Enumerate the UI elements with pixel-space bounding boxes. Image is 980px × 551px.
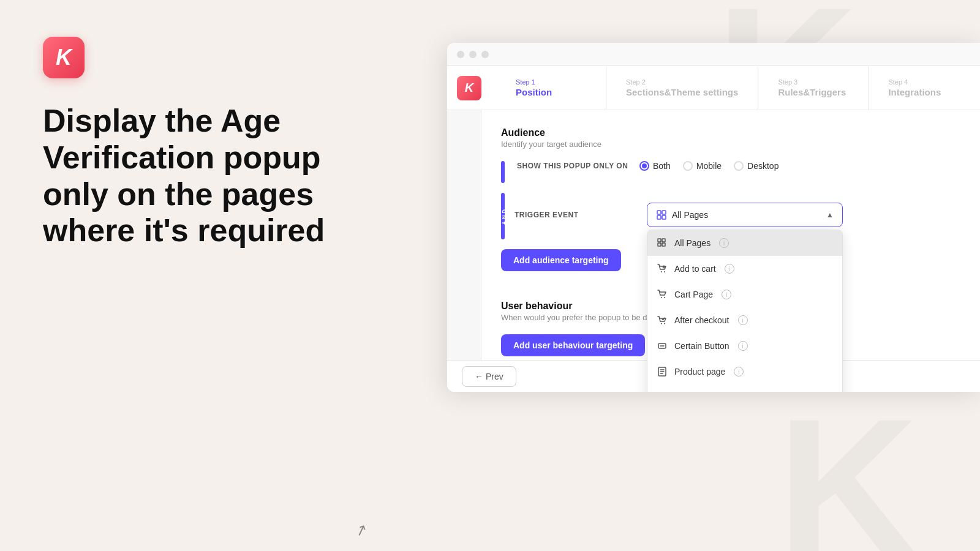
content-area: Audience Identify your target audience S…	[481, 110, 980, 392]
step-4-label: Step 4	[888, 78, 959, 86]
trigger-dropdown-container: All Pages ▲	[647, 203, 843, 227]
after-checkout-icon	[656, 314, 668, 326]
show-popup-row: SHOW THIS POPUP ONLY ON Both Mobile	[517, 161, 960, 171]
step-navigation: K Step 1 Position Step 2 Sections&Theme …	[447, 66, 980, 110]
dropdown-item-after-checkout-label: After checkout	[674, 315, 729, 325]
radio-label-desktop: Desktop	[747, 161, 778, 171]
svg-rect-1	[662, 211, 666, 214]
certain-button-icon	[656, 340, 668, 352]
radio-circle-desktop	[734, 161, 744, 171]
svg-rect-3	[662, 216, 666, 219]
dropdown-item-cart-page[interactable]: Cart Page i	[647, 282, 842, 307]
radio-group: Both Mobile Desktop	[639, 161, 778, 171]
dropdown-selected-text: All Pages	[672, 210, 708, 220]
svg-point-15	[664, 323, 665, 324]
step-nav-logo: K	[457, 76, 481, 100]
step-item-1[interactable]: Step 1 Position	[496, 66, 606, 110]
window-dot-1	[457, 51, 464, 58]
svg-rect-7	[662, 243, 665, 246]
svg-rect-6	[658, 243, 661, 246]
homepage-icon	[656, 391, 668, 392]
dropdown-item-product-page-label: Product page	[674, 367, 725, 377]
certain-button-info-icon: i	[738, 341, 748, 351]
step-2-label: Step 2	[626, 78, 738, 86]
radio-option-mobile[interactable]: Mobile	[683, 161, 722, 171]
add-user-behaviour-button[interactable]: Add user behaviour targeting	[501, 334, 645, 356]
svg-rect-0	[657, 211, 661, 214]
dropdown-item-after-checkout[interactable]: After checkout i	[647, 307, 842, 333]
svg-rect-4	[658, 239, 661, 242]
add-to-cart-info-icon: i	[725, 264, 734, 274]
radio-label-both: Both	[653, 161, 671, 171]
left-panel: K Display the Age Verification popup onl…	[43, 37, 386, 249]
and-bar: AND	[501, 193, 505, 239]
steps-container: Step 1 Position Step 2 Sections&Theme se…	[496, 66, 980, 110]
step-1-label: Step 1	[516, 78, 586, 86]
dropdown-item-add-to-cart-label: Add to cart	[674, 264, 716, 274]
hero-text: Display the Age Verification popup only …	[43, 103, 361, 249]
trigger-content: TRIGGER EVENT	[514, 193, 960, 239]
sidebar-strip	[447, 110, 481, 392]
show-popup-label: SHOW THIS POPUP ONLY ON	[517, 162, 639, 170]
dropdown-item-certain-button-label: Certain Button	[674, 341, 729, 351]
all-pages-info-icon: i	[719, 238, 729, 248]
dropdown-chevron-icon: ▲	[826, 211, 834, 219]
all-pages-icon	[656, 237, 668, 249]
targeting-block: SHOW THIS POPUP ONLY ON Both Mobile	[501, 161, 960, 183]
dropdown-item-homepage[interactable]: Homepage i	[647, 384, 842, 392]
dropdown-item-add-to-cart[interactable]: Add to cart i	[647, 256, 842, 282]
dropdown-item-product-page[interactable]: Product page i	[647, 359, 842, 384]
product-page-info-icon: i	[734, 367, 744, 377]
dropdown-trigger-left: All Pages	[656, 209, 708, 220]
add-audience-targeting-button[interactable]: Add audience targeting	[501, 249, 621, 271]
step-1-title: Position	[516, 87, 586, 97]
audience-subtitle: Identify your target audience	[501, 140, 960, 149]
after-checkout-info-icon: i	[738, 315, 748, 325]
svg-point-13	[664, 297, 665, 298]
step-3-title: Rules&Triggers	[778, 87, 848, 97]
radio-circle-both	[639, 161, 649, 171]
step-4-title: Integrations	[888, 87, 959, 97]
window-dot-3	[481, 51, 489, 58]
prev-button[interactable]: ← Prev	[462, 366, 516, 387]
window-chrome	[447, 43, 980, 66]
dropdown-trigger-icon	[656, 209, 667, 220]
dropdown-item-certain-button[interactable]: Certain Button i	[647, 333, 842, 359]
svg-rect-5	[662, 239, 665, 242]
cart-page-info-icon: i	[722, 290, 731, 299]
dropdown-item-all-pages-label: All Pages	[674, 238, 710, 248]
bg-decor-2: K	[777, 375, 919, 551]
app-logo-letter: K	[56, 45, 72, 70]
step-3-label: Step 3	[778, 78, 848, 86]
dropdown-item-cart-page-label: Cart Page	[674, 290, 713, 299]
audience-title: Audience	[501, 127, 960, 138]
window-dot-2	[469, 51, 477, 58]
cart-page-icon	[656, 288, 668, 301]
and-text: AND	[501, 208, 507, 225]
trigger-row: TRIGGER EVENT	[514, 198, 960, 227]
app-logo: K	[43, 37, 85, 78]
main-content: Audience Identify your target audience S…	[447, 110, 980, 392]
cursor-decoration: ↗	[353, 520, 370, 540]
svg-rect-2	[657, 216, 661, 219]
svg-point-8	[661, 271, 662, 272]
trigger-label: TRIGGER EVENT	[514, 211, 637, 219]
radio-option-both[interactable]: Both	[639, 161, 671, 171]
trigger-dropdown-trigger[interactable]: All Pages ▲	[647, 203, 843, 227]
block-indicator-1	[501, 161, 505, 183]
svg-point-12	[661, 297, 662, 298]
block-content-1: SHOW THIS POPUP ONLY ON Both Mobile	[517, 161, 960, 183]
step-2-title: Sections&Theme settings	[626, 87, 738, 97]
step-item-4[interactable]: Step 4 Integrations	[869, 66, 979, 110]
add-to-cart-icon	[656, 263, 668, 275]
app-window: K Step 1 Position Step 2 Sections&Theme …	[447, 43, 980, 392]
step-item-2[interactable]: Step 2 Sections&Theme settings	[606, 66, 758, 110]
radio-label-mobile: Mobile	[696, 161, 722, 171]
dropdown-item-all-pages[interactable]: All Pages i	[647, 230, 842, 256]
and-trigger-block: AND TRIGGER EVENT	[501, 193, 960, 239]
step-item-3[interactable]: Step 3 Rules&Triggers	[758, 66, 869, 110]
step-nav-logo-letter: K	[465, 81, 473, 95]
radio-circle-mobile	[683, 161, 693, 171]
radio-option-desktop[interactable]: Desktop	[734, 161, 778, 171]
product-page-icon	[656, 365, 668, 378]
